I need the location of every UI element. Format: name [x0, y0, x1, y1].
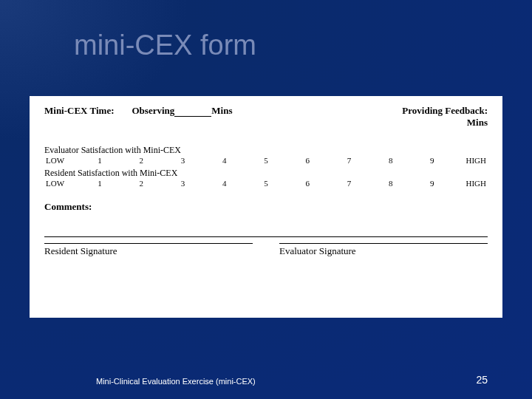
page-number: 25 [476, 374, 488, 386]
resident-scale: LOW 1 2 3 4 5 6 7 8 9 HIGH [44, 179, 488, 188]
slide-title: mini-CEX form [74, 30, 256, 61]
observing-field: ObservingMins [132, 105, 233, 129]
resident-sig-label: Resident Signature [44, 245, 253, 257]
form-panel: Mini-CEX Time: ObservingMins Providing F… [30, 96, 502, 318]
evaluator-sig-label: Evaluator Signature [279, 245, 488, 257]
comments-label: Comments: [44, 201, 488, 213]
time-label: Mini-CEX Time: [44, 105, 115, 129]
evaluator-satis-label: Evaluator Satisfaction with Mini-CEX [44, 145, 488, 156]
evaluator-scale: LOW 1 2 3 4 5 6 7 8 9 HIGH [44, 156, 488, 165]
evaluator-sig-line [279, 243, 488, 244]
time-row: Mini-CEX Time: ObservingMins Providing F… [44, 105, 488, 129]
footer-text: Mini-Clinical Evaluation Exercise (mini-… [96, 377, 256, 386]
resident-sig-line [44, 243, 253, 244]
feedback-field: Providing Feedback: Mins [402, 105, 488, 129]
signature-row: Resident Signature Evaluator Signature [44, 237, 488, 257]
resident-satis-label: Resident Satisfaction with Mini-CEX [44, 168, 488, 179]
